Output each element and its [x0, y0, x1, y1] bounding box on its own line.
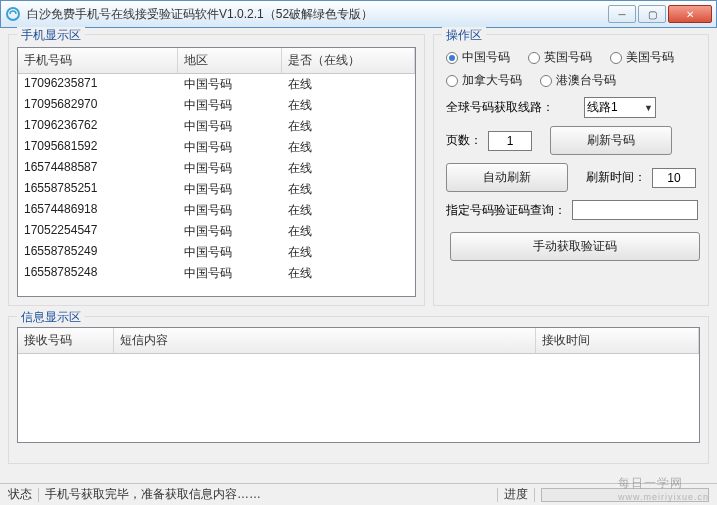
cell-phone: 16558785248 — [18, 263, 178, 284]
cell-phone: 17096236762 — [18, 116, 178, 137]
cell-phone: 17095681592 — [18, 137, 178, 158]
radio-uk-label: 英国号码 — [544, 49, 592, 66]
page-input[interactable] — [488, 131, 532, 151]
cell-region: 中国号码 — [178, 179, 282, 200]
auto-refresh-button[interactable]: 自动刷新 — [446, 163, 568, 192]
table-row[interactable]: 17096235871中国号码在线 — [18, 74, 415, 95]
phone-list-header: 手机号码 地区 是否（在线） — [18, 48, 415, 74]
cell-phone: 17052254547 — [18, 221, 178, 242]
info-listview[interactable]: 接收号码 短信内容 接收时间 — [17, 327, 700, 443]
query-label: 指定号码验证码查询： — [446, 202, 566, 219]
col-online[interactable]: 是否（在线） — [282, 48, 415, 73]
route-select[interactable]: 线路1 ▼ — [584, 97, 656, 118]
query-input[interactable] — [572, 200, 698, 220]
cell-region: 中国号码 — [178, 242, 282, 263]
table-row[interactable]: 16558785248中国号码在线 — [18, 263, 415, 284]
client-area: 手机显示区 手机号码 地区 是否（在线） 17096235871中国号码在线17… — [0, 28, 717, 505]
ops-group: 操作区 中国号码 英国号码 美国号码 加拿大号码 港澳台号码 全球号码获取线路：… — [433, 34, 709, 306]
status-bar: 状态 手机号获取完毕，准备获取信息内容…… 进度 — [0, 483, 717, 505]
table-row[interactable]: 17095681592中国号码在线 — [18, 137, 415, 158]
cell-region: 中国号码 — [178, 137, 282, 158]
cell-region: 中国号码 — [178, 158, 282, 179]
col-recv[interactable]: 接收号码 — [18, 328, 114, 353]
manual-fetch-button[interactable]: 手动获取验证码 — [450, 232, 700, 261]
table-row[interactable]: 17096236762中国号码在线 — [18, 116, 415, 137]
table-row[interactable]: 16574488587中国号码在线 — [18, 158, 415, 179]
cell-region: 中国号码 — [178, 74, 282, 95]
radio-ca[interactable]: 加拿大号码 — [446, 72, 522, 89]
refresh-button[interactable]: 刷新号码 — [550, 126, 672, 155]
cell-phone: 17095682970 — [18, 95, 178, 116]
col-region[interactable]: 地区 — [178, 48, 282, 73]
table-row[interactable]: 17095682970中国号码在线 — [18, 95, 415, 116]
cell-online: 在线 — [282, 116, 415, 137]
radio-cn[interactable]: 中国号码 — [446, 49, 510, 66]
titlebar: 白沙免费手机号在线接受验证码软件V1.0.2.1（52破解绿色专版） ─ ▢ ✕ — [0, 0, 717, 28]
cell-region: 中国号码 — [178, 200, 282, 221]
table-row[interactable]: 16558785251中国号码在线 — [18, 179, 415, 200]
status-text: 手机号获取完毕，准备获取信息内容…… — [45, 486, 261, 503]
route-value: 线路1 — [587, 99, 618, 116]
radio-uk[interactable]: 英国号码 — [528, 49, 592, 66]
cell-online: 在线 — [282, 95, 415, 116]
app-icon — [5, 6, 21, 22]
maximize-button[interactable]: ▢ — [638, 5, 666, 23]
phone-group-legend: 手机显示区 — [17, 27, 85, 44]
window-title: 白沙免费手机号在线接受验证码软件V1.0.2.1（52破解绿色专版） — [27, 6, 608, 23]
cell-online: 在线 — [282, 179, 415, 200]
cell-region: 中国号码 — [178, 221, 282, 242]
table-row[interactable]: 17052254547中国号码在线 — [18, 221, 415, 242]
close-button[interactable]: ✕ — [668, 5, 712, 23]
cell-online: 在线 — [282, 221, 415, 242]
table-row[interactable]: 16558785249中国号码在线 — [18, 242, 415, 263]
minimize-button[interactable]: ─ — [608, 5, 636, 23]
watermark-sub: www.meiriyixue.cn — [618, 492, 709, 502]
cell-phone: 16558785249 — [18, 242, 178, 263]
radio-us-label: 美国号码 — [626, 49, 674, 66]
info-group: 信息显示区 接收号码 短信内容 接收时间 — [8, 316, 709, 464]
col-phone[interactable]: 手机号码 — [18, 48, 178, 73]
refresh-time-label: 刷新时间： — [586, 169, 646, 186]
cell-online: 在线 — [282, 74, 415, 95]
chevron-down-icon: ▼ — [644, 103, 653, 113]
svg-point-0 — [7, 8, 19, 20]
cell-region: 中国号码 — [178, 116, 282, 137]
cell-phone: 16574486918 — [18, 200, 178, 221]
page-label: 页数： — [446, 132, 482, 149]
phone-display-group: 手机显示区 手机号码 地区 是否（在线） 17096235871中国号码在线17… — [8, 34, 425, 306]
cell-phone: 17096235871 — [18, 74, 178, 95]
radio-us[interactable]: 美国号码 — [610, 49, 674, 66]
ops-group-legend: 操作区 — [442, 27, 486, 44]
info-group-legend: 信息显示区 — [17, 309, 85, 326]
watermark-main: 每日一学网 — [618, 476, 683, 490]
route-label: 全球号码获取线路： — [446, 99, 554, 116]
cell-online: 在线 — [282, 200, 415, 221]
cell-region: 中国号码 — [178, 263, 282, 284]
watermark: 每日一学网 www.meiriyixue.cn — [618, 475, 709, 502]
col-msg[interactable]: 短信内容 — [114, 328, 536, 353]
radio-hk-label: 港澳台号码 — [556, 72, 616, 89]
refresh-time-input[interactable] — [652, 168, 696, 188]
window-controls: ─ ▢ ✕ — [608, 5, 712, 23]
phone-listview[interactable]: 手机号码 地区 是否（在线） 17096235871中国号码在线17095682… — [17, 47, 416, 297]
info-list-header: 接收号码 短信内容 接收时间 — [18, 328, 699, 354]
cell-region: 中国号码 — [178, 95, 282, 116]
progress-label: 进度 — [504, 486, 528, 503]
cell-phone: 16558785251 — [18, 179, 178, 200]
status-label: 状态 — [8, 486, 32, 503]
cell-online: 在线 — [282, 242, 415, 263]
radio-cn-label: 中国号码 — [462, 49, 510, 66]
table-row[interactable]: 16574486918中国号码在线 — [18, 200, 415, 221]
cell-online: 在线 — [282, 263, 415, 284]
phone-list-body[interactable]: 17096235871中国号码在线17095682970中国号码在线170962… — [18, 74, 415, 297]
cell-online: 在线 — [282, 158, 415, 179]
col-time[interactable]: 接收时间 — [536, 328, 699, 353]
cell-online: 在线 — [282, 137, 415, 158]
cell-phone: 16574488587 — [18, 158, 178, 179]
radio-hk[interactable]: 港澳台号码 — [540, 72, 616, 89]
radio-ca-label: 加拿大号码 — [462, 72, 522, 89]
